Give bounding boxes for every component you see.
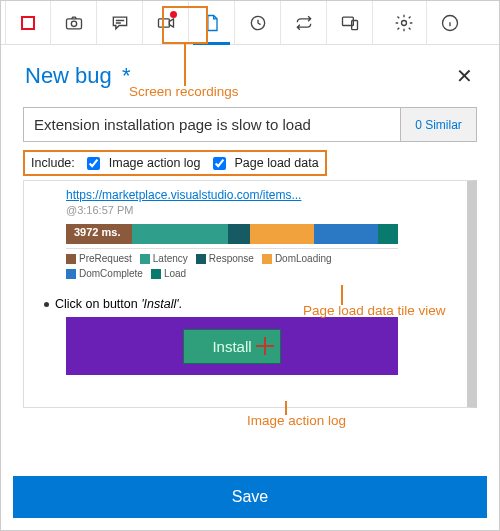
include-row: Include: Image action log Page load data <box>23 150 327 176</box>
clock-button[interactable] <box>235 1 281 44</box>
legend-item: DomLoading <box>262 253 332 264</box>
required-asterisk: * <box>122 63 131 88</box>
page-title: New bug * <box>25 63 131 89</box>
record-indicator-icon <box>170 11 177 18</box>
include-image-action-log-checkbox[interactable] <box>87 157 100 170</box>
include-opt1: Image action log <box>109 156 201 170</box>
include-page-load-data-checkbox[interactable] <box>213 157 226 170</box>
camera-icon <box>64 13 84 33</box>
save-button[interactable]: Save <box>13 476 487 518</box>
top-toolbar <box>1 1 499 45</box>
svg-point-1 <box>71 21 76 26</box>
page-load-tile: 3972 ms. <box>66 224 455 244</box>
page-button[interactable] <box>189 1 235 44</box>
legend-swatch <box>262 254 272 264</box>
info-icon <box>440 13 460 33</box>
action-screenshot: Install <box>66 317 398 375</box>
camera-button[interactable] <box>51 1 97 44</box>
repeat-icon <box>294 13 314 33</box>
record-button[interactable] <box>143 1 189 44</box>
timing-ms-label: 3972 ms. <box>68 224 126 240</box>
device-icon <box>340 13 360 33</box>
legend-item: DomComplete <box>66 268 143 279</box>
timing-segment <box>228 224 250 244</box>
stop-icon <box>21 16 35 30</box>
comment-button[interactable] <box>97 1 143 44</box>
timing-segment <box>132 224 228 244</box>
action-log-item: Click on button 'Install'. <box>44 297 455 311</box>
legend-item: Response <box>196 253 254 264</box>
legend-swatch <box>196 254 206 264</box>
legend-label: Latency <box>153 253 188 264</box>
gear-icon <box>394 13 414 33</box>
details-panel: https://marketplace.visualstudio.com/ite… <box>23 180 477 408</box>
close-button[interactable]: ✕ <box>456 64 473 88</box>
svg-rect-0 <box>66 18 81 28</box>
similar-button[interactable]: 0 Similar <box>401 107 477 142</box>
svg-rect-2 <box>158 18 169 26</box>
stop-button[interactable] <box>5 1 51 44</box>
repeat-button[interactable] <box>281 1 327 44</box>
legend-item: Latency <box>140 253 188 264</box>
info-button[interactable] <box>427 1 473 44</box>
comment-icon <box>110 13 130 33</box>
action-prefix: Click on button <box>55 297 141 311</box>
legend-label: DomComplete <box>79 268 143 279</box>
title-text: New bug <box>25 63 112 88</box>
svg-point-6 <box>401 20 406 25</box>
legend-item: PreRequest <box>66 253 132 264</box>
settings-button[interactable] <box>381 1 427 44</box>
crosshair-icon <box>256 337 274 355</box>
timestamp: @3:16:57 PM <box>66 204 455 216</box>
legend-label: PreRequest <box>79 253 132 264</box>
timing-bar: 3972 ms. <box>66 224 398 244</box>
legend-swatch <box>151 269 161 279</box>
include-label: Include: <box>31 156 75 170</box>
legend-label: DomLoading <box>275 253 332 264</box>
install-button-capture: Install <box>183 329 280 364</box>
action-target: 'Install' <box>141 297 178 311</box>
install-label: Install <box>212 338 251 355</box>
bug-title-input[interactable]: Extension installation page is slow to l… <box>23 107 401 142</box>
legend-swatch <box>140 254 150 264</box>
legend-item: Load <box>151 268 186 279</box>
bug-title-row: Extension installation page is slow to l… <box>23 107 477 142</box>
clock-icon <box>248 13 268 33</box>
timing-segment <box>378 224 398 244</box>
legend-label: Load <box>164 268 186 279</box>
legend-swatch <box>66 269 76 279</box>
bullet-icon <box>44 302 49 307</box>
legend-swatch <box>66 254 76 264</box>
timing-segment <box>314 224 378 244</box>
title-row: New bug * ✕ <box>1 45 499 93</box>
page-icon <box>202 13 222 33</box>
timing-segment <box>250 224 314 244</box>
action-suffix: . <box>179 297 182 311</box>
source-link[interactable]: https://marketplace.visualstudio.com/ite… <box>66 188 301 202</box>
legend-label: Response <box>209 253 254 264</box>
annotation-actionlog: Image action log <box>247 413 346 428</box>
include-opt2: Page load data <box>235 156 319 170</box>
device-button[interactable] <box>327 1 373 44</box>
timing-legend: PreRequestLatencyResponseDomLoadingDomCo… <box>66 248 398 279</box>
link-row: https://marketplace.visualstudio.com/ite… <box>66 187 455 216</box>
